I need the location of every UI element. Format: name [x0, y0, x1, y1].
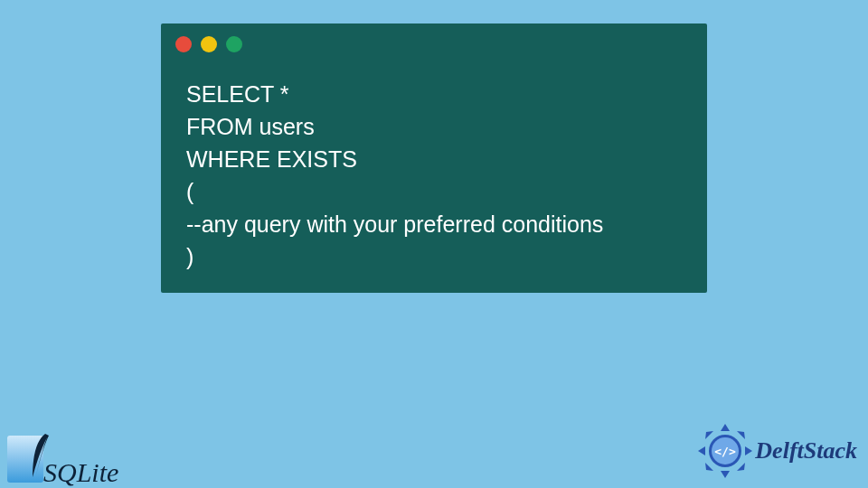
sqlite-text: SQLite: [43, 457, 118, 488]
sqlite-box-icon: [7, 436, 43, 483]
traffic-lights: [175, 36, 242, 52]
code-line: --any query with your preferred conditio…: [186, 211, 603, 237]
svg-marker-6: [698, 446, 705, 455]
svg-marker-1: [737, 431, 745, 439]
delftstack-logo: </> DelftStack: [697, 423, 857, 479]
svg-marker-0: [721, 424, 730, 431]
svg-text:</>: </>: [715, 445, 737, 458]
window-dot-green: [226, 36, 242, 52]
svg-marker-4: [721, 471, 730, 478]
window-dot-red: [175, 36, 192, 52]
code-window: SELECT * FROM users WHERE EXISTS ( --any…: [161, 23, 707, 293]
svg-marker-7: [705, 431, 713, 439]
svg-marker-2: [745, 446, 752, 455]
delftstack-text: DelftStack: [755, 437, 857, 465]
code-line: (: [186, 179, 193, 204]
svg-marker-5: [705, 463, 713, 471]
svg-marker-3: [737, 463, 745, 471]
code-line: WHERE EXISTS: [186, 146, 357, 172]
code-content: SELECT * FROM users WHERE EXISTS ( --any…: [186, 78, 603, 273]
code-line: ): [186, 244, 193, 269]
code-line: FROM users: [186, 114, 315, 139]
delftstack-badge-icon: </>: [697, 423, 753, 479]
code-line: SELECT *: [186, 81, 288, 107]
window-dot-yellow: [201, 36, 217, 52]
sqlite-logo: SQLite: [7, 436, 118, 483]
